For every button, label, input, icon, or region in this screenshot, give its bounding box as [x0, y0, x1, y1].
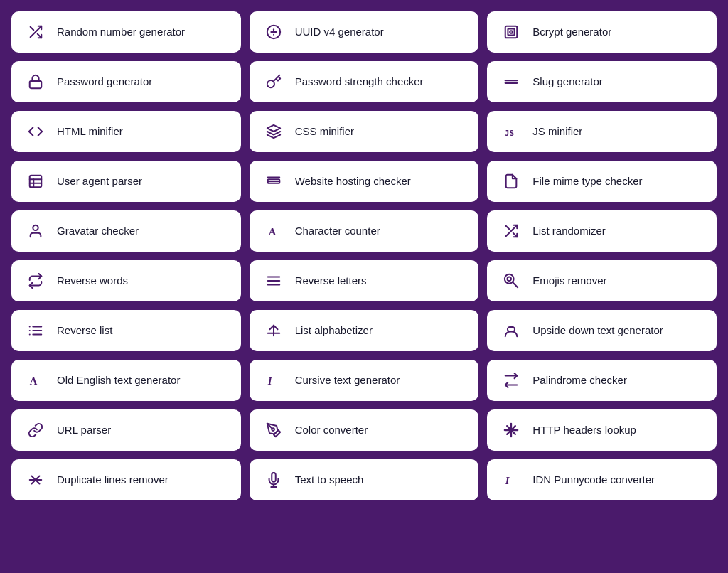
svg-point-31 — [508, 277, 512, 282]
http-icon — [501, 422, 521, 438]
mic-icon — [264, 472, 284, 488]
card-reverse-letters[interactable]: Reverse letters — [250, 260, 479, 301]
hosting-icon — [264, 173, 284, 189]
card-slug-generator[interactable]: Slug generator — [487, 61, 717, 102]
color-icon — [264, 422, 284, 438]
card-idn-punnycode-converter[interactable]: IIDN Punnycode converter — [487, 459, 717, 500]
card-file-mime-type-checker[interactable]: File mime type checker — [487, 161, 717, 202]
card-duplicate-lines-remover[interactable]: Duplicate lines remover — [11, 459, 241, 500]
card-label-duplicate-lines-remover: Duplicate lines remover — [57, 473, 168, 487]
shuffle-icon — [26, 24, 46, 40]
svg-point-9 — [510, 31, 513, 33]
svg-line-2 — [31, 27, 34, 31]
card-character-counter[interactable]: ACharacter counter — [250, 210, 479, 252]
card-label-cursive-text-generator: Cursive text generator — [295, 373, 400, 387]
char-icon: A — [264, 223, 284, 239]
uuid-icon — [264, 24, 284, 40]
svg-rect-14 — [30, 176, 42, 188]
card-label-http-headers-lookup: HTTP headers lookup — [532, 423, 636, 437]
card-css-minifier[interactable]: CSS minifier — [250, 111, 479, 152]
slug-icon — [501, 74, 521, 90]
svg-text:A: A — [30, 375, 38, 387]
list-shuffle-icon — [501, 223, 521, 239]
card-website-hosting-checker[interactable]: Website hosting checker — [250, 161, 479, 202]
card-emojis-remover[interactable]: Emojis remover — [487, 260, 717, 301]
reverse-list-icon — [26, 323, 46, 338]
card-reverse-words[interactable]: Reverse words — [11, 260, 241, 301]
card-label-url-parser: URL parser — [57, 423, 111, 437]
card-password-strength-checker[interactable]: Password strength checker — [250, 61, 479, 102]
palindrome-icon — [501, 373, 521, 388]
idn-icon: I — [501, 472, 521, 488]
card-label-gravatar-checker: Gravatar checker — [57, 224, 139, 238]
card-label-password-strength-checker: Password strength checker — [295, 75, 424, 89]
lock-icon — [26, 74, 46, 90]
card-reverse-list[interactable]: Reverse list — [11, 310, 241, 351]
card-uuid-v4-generator[interactable]: UUID v4 generator — [250, 11, 479, 53]
card-bcrypt-generator[interactable]: Bcrypt generator — [487, 11, 717, 53]
svg-rect-7 — [505, 26, 518, 38]
svg-text:JS: JS — [505, 129, 514, 138]
svg-line-25 — [506, 226, 510, 230]
card-label-css-minifier: CSS minifier — [295, 124, 354, 139]
card-label-bcrypt-generator: Bcrypt generator — [532, 25, 611, 39]
svg-line-30 — [513, 282, 518, 287]
card-label-emojis-remover: Emojis remover — [532, 274, 606, 288]
duplicate-icon — [26, 472, 46, 488]
card-old-english-text-generator[interactable]: AOld English text generator — [11, 360, 241, 401]
cursive-icon: I — [264, 373, 284, 388]
js-icon: JS — [501, 124, 521, 139]
card-cursive-text-generator[interactable]: ICursive text generator — [250, 360, 479, 401]
card-http-headers-lookup[interactable]: HTTP headers lookup — [487, 409, 717, 451]
card-label-text-to-speech: Text to speech — [295, 473, 364, 487]
card-html-minifier[interactable]: HTML minifier — [11, 111, 241, 152]
card-label-uuid-v4-generator: UUID v4 generator — [295, 25, 384, 39]
key-icon — [264, 74, 284, 90]
user-icon — [26, 223, 46, 239]
card-color-converter[interactable]: Color converter — [250, 409, 479, 451]
card-list-alphabetizer[interactable]: List alphabetizer — [250, 310, 479, 351]
card-password-generator[interactable]: Password generator — [11, 61, 241, 102]
reverse-words-icon — [26, 273, 46, 289]
card-text-to-speech[interactable]: Text to speech — [250, 459, 479, 500]
svg-rect-10 — [30, 81, 42, 88]
card-random-number-generator[interactable]: Random number generator — [11, 11, 241, 53]
card-label-file-mime-type-checker: File mime type checker — [532, 174, 642, 188]
card-palindrome-checker[interactable]: Palindrome checker — [487, 360, 717, 401]
card-list-randomizer[interactable]: List randomizer — [487, 210, 717, 252]
card-label-slug-generator: Slug generator — [532, 75, 602, 89]
card-label-js-minifier: JS minifier — [532, 124, 582, 139]
card-url-parser[interactable]: URL parser — [11, 409, 241, 451]
card-label-list-randomizer: List randomizer — [532, 224, 606, 238]
card-label-list-alphabetizer: List alphabetizer — [295, 323, 373, 338]
file-icon — [501, 173, 521, 189]
table-icon — [26, 173, 46, 189]
tools-grid: Random number generatorUUID v4 generator… — [11, 11, 717, 500]
svg-text:A: A — [268, 226, 276, 237]
card-label-user-agent-parser: User agent parser — [57, 174, 142, 188]
card-label-html-minifier: HTML minifier — [57, 124, 123, 139]
card-label-reverse-list: Reverse list — [57, 323, 112, 338]
card-label-character-counter: Character counter — [295, 224, 380, 238]
alphabetizer-icon — [264, 323, 284, 338]
css-icon — [264, 124, 284, 139]
svg-point-21 — [33, 225, 38, 230]
card-label-palindrome-checker: Palindrome checker — [532, 373, 627, 387]
bcrypt-icon — [501, 24, 521, 40]
old-english-icon: A — [26, 373, 46, 388]
card-js-minifier[interactable]: JSJS minifier — [487, 111, 717, 152]
card-label-old-english-text-generator: Old English text generator — [57, 373, 180, 387]
card-label-upside-down-text-generator: Upside down text generator — [532, 323, 663, 338]
card-user-agent-parser[interactable]: User agent parser — [11, 161, 241, 202]
card-label-reverse-letters: Reverse letters — [295, 274, 367, 288]
emojis-icon — [501, 273, 521, 289]
card-gravatar-checker[interactable]: Gravatar checker — [11, 210, 241, 252]
url-icon — [26, 422, 46, 438]
card-label-random-number-generator: Random number generator — [57, 25, 185, 39]
svg-text:I: I — [267, 375, 272, 387]
card-upside-down-text-generator[interactable]: Upside down text generator — [487, 310, 717, 351]
svg-point-44 — [272, 428, 274, 431]
card-label-reverse-words: Reverse words — [57, 274, 128, 288]
card-label-color-converter: Color converter — [295, 423, 368, 437]
html-icon — [26, 124, 46, 139]
